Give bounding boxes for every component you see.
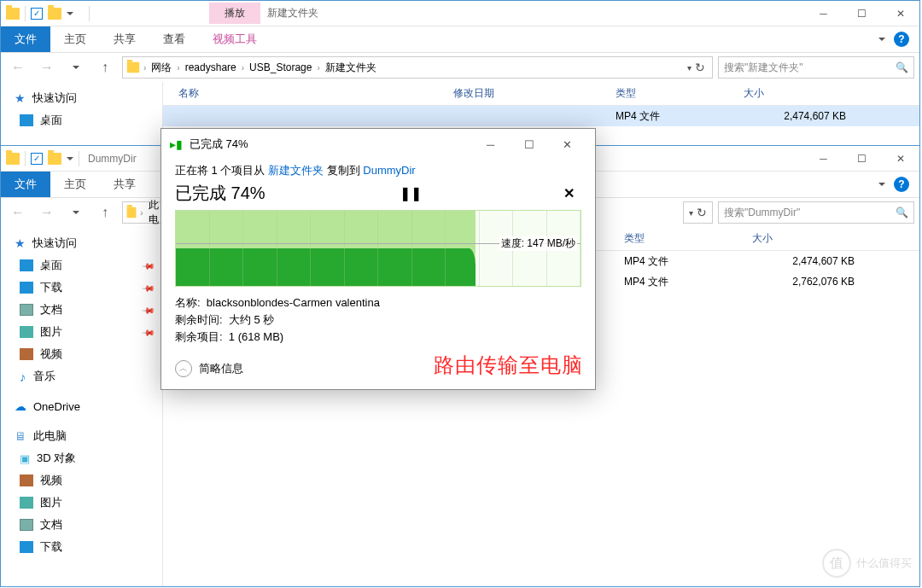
crumb-readyshare[interactable]: readyshare — [180, 61, 242, 73]
sidebar-item-quickaccess[interactable]: ★快速访问 — [1, 232, 162, 254]
close-button[interactable]: ✕ — [548, 132, 586, 156]
folder-icon — [6, 153, 20, 165]
sidebar-item-desktop[interactable]: 桌面 — [1, 109, 162, 131]
video-icon — [20, 348, 33, 360]
sidebar-item-3d[interactable]: ▣3D 对象 — [1, 447, 162, 469]
maximize-button[interactable]: ☐ — [843, 2, 881, 26]
maximize-button[interactable]: ☐ — [510, 132, 548, 156]
col-size[interactable]: 大小 — [744, 86, 855, 101]
chevron-down-icon[interactable] — [878, 38, 885, 41]
sidebar-item-documents2[interactable]: 文档 — [1, 514, 162, 536]
tab-video-tools[interactable]: 视频工具 — [199, 26, 271, 52]
refresh-icon[interactable]: ↻ — [695, 61, 705, 74]
sidebar-item-pictures2[interactable]: 图片 — [1, 492, 162, 514]
help-icon[interactable]: ? — [894, 177, 909, 192]
ribbon-right: ? — [868, 26, 919, 52]
watermark: 值 什么值得买 — [822, 549, 912, 578]
close-button[interactable]: ✕ — [881, 147, 919, 171]
sidebar-item-pictures[interactable]: 图片📌 — [1, 321, 162, 343]
chevron-down-icon[interactable]: ▾ — [687, 63, 692, 73]
chevron-down-icon[interactable] — [67, 157, 73, 160]
address-tools: ▾ ↻ — [683, 201, 713, 224]
address-bar-row: ← → ↑ › 网络› readyshare› USB_Storage› 新建文… — [1, 53, 919, 82]
col-type[interactable]: 类型 — [624, 231, 752, 246]
download-icon — [20, 541, 33, 553]
dialog-titlebar[interactable]: ▸▮ 已完成 74% ─ ☐ ✕ — [161, 129, 595, 160]
pause-button[interactable]: ❚❚ — [393, 185, 429, 201]
titlebar[interactable]: ✓ 播放 新建文件夹 ─ ☐ ✕ — [1, 1, 919, 26]
up-button[interactable]: ↑ — [93, 55, 117, 79]
recent-button[interactable] — [64, 201, 88, 224]
recent-button[interactable] — [64, 55, 88, 79]
back-button[interactable]: ← — [6, 55, 30, 79]
maximize-button[interactable]: ☐ — [843, 147, 881, 171]
dialog-controls: ─ ☐ ✕ — [471, 132, 586, 156]
tab-file[interactable]: 文件 — [1, 172, 50, 197]
nav-pane[interactable]: ★快速访问 桌面📌 下载📌 文档📌 图片📌 视频 ♪音乐 ☁OneDrive 🖥… — [1, 227, 163, 586]
sidebar-item-quickaccess[interactable]: ★快速访问 — [1, 87, 162, 109]
col-date[interactable]: 修改日期 — [453, 86, 616, 101]
forward-button[interactable]: → — [35, 55, 59, 79]
back-button[interactable]: ← — [6, 201, 30, 224]
up-button[interactable]: ↑ — [93, 201, 117, 224]
breadcrumb-bar[interactable]: › 网络› readyshare› USB_Storage› 新建文件夹 ▾ ↻ — [122, 56, 713, 79]
star-icon: ★ — [15, 236, 26, 250]
minimize-button[interactable]: ─ — [804, 147, 843, 171]
help-icon[interactable]: ? — [894, 32, 909, 47]
sidebar-item-thispc[interactable]: 🖥此电脑 — [1, 425, 162, 447]
close-button[interactable]: ✕ — [881, 2, 919, 26]
sidebar-item-music[interactable]: ♪音乐 — [1, 365, 162, 387]
copy-description: 正在将 1 个项目从 新建文件夹 复制到 DummyDir — [175, 163, 581, 178]
minimize-button[interactable]: ─ — [804, 2, 843, 26]
column-headers[interactable]: 名称 修改日期 类型 大小 — [163, 82, 919, 106]
col-size[interactable]: 大小 — [752, 231, 863, 246]
crumb-usbstorage[interactable]: USB_Storage — [244, 61, 317, 73]
download-icon — [20, 282, 33, 294]
video-icon — [20, 474, 33, 486]
search-input[interactable]: 搜索"新建文件夹" 🔍 — [718, 56, 914, 79]
chevron-down-icon[interactable] — [67, 12, 73, 15]
ribbon-tabs: 文件 主页 共享 查看 视频工具 ? — [1, 26, 919, 53]
info-time: 剩余时间: 大约 5 秒 — [175, 312, 581, 328]
crumb-folder[interactable]: 新建文件夹 — [320, 61, 382, 75]
chevron-up-icon: ︿ — [175, 360, 192, 377]
folder-icon[interactable] — [48, 8, 61, 20]
chevron-down-icon[interactable] — [878, 183, 885, 186]
properties-icon[interactable]: ✓ — [31, 8, 43, 20]
sidebar-item-videos[interactable]: 视频 — [1, 343, 162, 365]
sidebar-item-onedrive[interactable]: ☁OneDrive — [1, 396, 162, 416]
info-name: 名称: blacksonblondes-Carmen valentina — [175, 295, 581, 311]
properties-icon[interactable]: ✓ — [31, 153, 43, 165]
folder-icon[interactable] — [48, 153, 61, 165]
search-placeholder: 搜索"DummyDir" — [724, 206, 896, 220]
forward-button[interactable]: → — [35, 201, 59, 224]
chevron-down-icon[interactable]: ▾ — [689, 208, 693, 218]
tab-view[interactable]: 查看 — [149, 26, 199, 52]
search-input[interactable]: 搜索"DummyDir" 🔍 — [718, 201, 914, 224]
sidebar-item-videos2[interactable]: 视频 — [1, 469, 162, 492]
watermark-icon: 值 — [822, 549, 851, 578]
sidebar-item-desktop[interactable]: 桌面📌 — [1, 254, 162, 277]
col-type[interactable]: 类型 — [616, 86, 744, 101]
tab-home[interactable]: 主页 — [50, 26, 100, 52]
col-name[interactable]: 名称 — [163, 86, 453, 101]
source-link[interactable]: 新建文件夹 — [268, 164, 324, 177]
music-icon: ♪ — [20, 370, 26, 384]
context-tab-play[interactable]: 播放 — [209, 3, 260, 24]
tab-file[interactable]: 文件 — [1, 26, 50, 52]
copy-progress-dialog[interactable]: ▸▮ 已完成 74% ─ ☐ ✕ 正在将 1 个项目从 新建文件夹 复制到 Du… — [160, 128, 596, 390]
pictures-icon — [20, 326, 33, 338]
crumb-network[interactable]: 网络 — [146, 61, 177, 75]
sidebar-item-downloads[interactable]: 下载📌 — [1, 277, 162, 299]
refresh-icon[interactable]: ↻ — [697, 206, 707, 219]
sidebar-item-documents[interactable]: 文档📌 — [1, 299, 162, 321]
cancel-button[interactable]: ✕ — [557, 185, 581, 201]
tab-home[interactable]: 主页 — [50, 172, 100, 197]
dest-link[interactable]: DummyDir — [363, 164, 415, 177]
dialog-body: 正在将 1 个项目从 新建文件夹 复制到 DummyDir 已完成 74% ❚❚… — [161, 160, 595, 389]
minimize-button[interactable]: ─ — [471, 132, 510, 156]
sidebar-item-downloads2[interactable]: 下载 — [1, 536, 162, 558]
list-row[interactable]: MP4 文件 2,474,607 KB — [163, 106, 919, 126]
tab-share[interactable]: 共享 — [100, 172, 149, 197]
tab-share[interactable]: 共享 — [100, 26, 149, 52]
